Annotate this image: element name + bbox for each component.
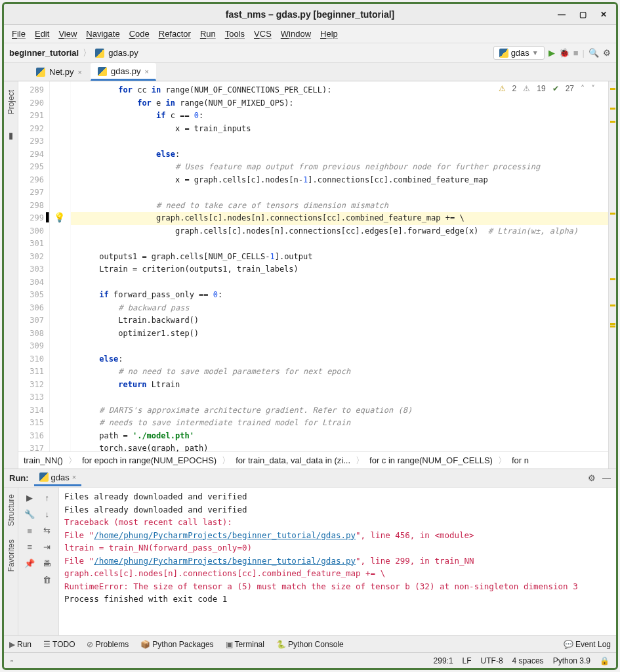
typo-icon: ✔ xyxy=(552,84,559,93)
python-file-icon xyxy=(98,67,107,76)
event-log-button[interactable]: 💬Event Log xyxy=(564,640,611,649)
context-crumb[interactable]: for c in range(NUM_OF_CELLS) xyxy=(369,455,493,465)
chevron-down-icon: ▼ xyxy=(532,49,539,56)
menu-navigate[interactable]: Navigate xyxy=(86,29,119,39)
tool-terminal[interactable]: ▣Terminal xyxy=(226,640,264,649)
run-toolbar: ▶↑ 🔧↓ ■⇆ ≡⇥ 📌🖶 🗑 xyxy=(18,488,59,635)
minimize-button[interactable]: ― xyxy=(552,7,571,22)
context-crumb[interactable]: train_NN() xyxy=(24,455,63,465)
chevron-down-icon[interactable]: ˅ xyxy=(591,84,595,93)
menu-window[interactable]: Window xyxy=(281,29,311,39)
tool-python-console[interactable]: 🐍Python Console xyxy=(276,640,344,649)
menu-refactor[interactable]: Refactor xyxy=(159,29,191,39)
hide-icon[interactable]: ― xyxy=(602,473,611,483)
encoding[interactable]: UTF-8 xyxy=(481,656,503,665)
close-icon[interactable]: × xyxy=(72,473,76,481)
file-tab-Net.py[interactable]: Net.py× xyxy=(29,64,89,80)
console-output[interactable]: Files already downloaded and verifiedFil… xyxy=(59,488,616,635)
stop-button[interactable]: ■ xyxy=(573,48,579,58)
python-icon xyxy=(499,49,508,58)
file-link[interactable]: /home/phung/PycharmProjects/beginner_tut… xyxy=(94,556,356,566)
up-icon[interactable]: ↑ xyxy=(41,492,53,503)
menu-tools[interactable]: Tools xyxy=(225,29,245,39)
context-crumb[interactable]: for epoch in range(NUM_EPOCHS) xyxy=(82,455,217,465)
breadcrumb-project[interactable]: beginner_tutorial xyxy=(9,48,79,58)
window-title: fast_nms – gdas.py [beginner_tutorial] xyxy=(226,9,395,20)
file-tab-gdas.py[interactable]: gdas.py× xyxy=(91,63,156,81)
favorites-tool-button[interactable]: Favorites xyxy=(7,539,16,572)
wrench-icon[interactable]: 🔧 xyxy=(24,508,35,520)
python-file-icon xyxy=(36,68,45,77)
debug-button[interactable]: 🐞 xyxy=(559,48,569,58)
close-button[interactable]: ✕ xyxy=(594,7,613,22)
menu-file[interactable]: File xyxy=(12,29,26,39)
menu-help[interactable]: Help xyxy=(320,29,338,39)
code-text[interactable]: for cc in range(NUM_OF_CONNECTIONS_PER_C… xyxy=(71,81,608,452)
menubar: FileEditViewNavigateCodeRefactorRunTools… xyxy=(4,25,616,43)
gear-icon[interactable]: ⚙ xyxy=(588,473,596,483)
show-tool-windows-icon[interactable]: ▫ xyxy=(10,656,13,665)
tool-problems[interactable]: ⊘Problems xyxy=(87,640,129,649)
rerun-icon[interactable]: ▶ xyxy=(24,492,35,503)
run-tab[interactable]: gdas × xyxy=(34,471,82,486)
indent[interactable]: 4 spaces xyxy=(512,656,544,665)
python-icon xyxy=(39,472,49,482)
left-gutter-lower: Structure Favorites xyxy=(4,488,18,635)
menu-edit[interactable]: Edit xyxy=(35,29,49,39)
settings-icon[interactable]: ⚙ xyxy=(603,48,611,58)
context-crumb[interactable]: for n xyxy=(512,455,529,465)
breadcrumb-file[interactable]: gdas.py xyxy=(108,48,138,58)
close-icon[interactable]: × xyxy=(78,68,82,76)
pin-icon[interactable]: 📌 xyxy=(24,557,35,569)
stop-icon[interactable]: ■ xyxy=(24,524,35,536)
file-link[interactable]: /home/phung/PycharmProjects/beginner_tut… xyxy=(94,530,356,540)
project-tool-button[interactable]: Project xyxy=(7,87,16,117)
divider: | xyxy=(583,48,585,58)
trash-icon[interactable]: 🗑 xyxy=(41,574,53,585)
menu-view[interactable]: View xyxy=(58,29,77,39)
breadcrumb: beginner_tutorial 〉 gdas.py xyxy=(9,47,138,59)
warning-icon: ⚠ xyxy=(499,84,506,93)
error-stripe[interactable] xyxy=(608,81,616,469)
line-ending[interactable]: LF xyxy=(463,656,472,665)
run-button[interactable]: ▶ xyxy=(548,48,555,58)
structure-tool-button[interactable]: Structure xyxy=(7,494,16,526)
menu-run[interactable]: Run xyxy=(200,29,216,39)
context-breadcrumb: train_NN()〉for epoch in range(NUM_EPOCHS… xyxy=(18,452,608,469)
weak-warning-icon: ⚠ xyxy=(523,84,530,93)
wrap-icon[interactable]: ⇆ xyxy=(41,524,53,536)
tool-python-packages[interactable]: 📦Python Packages xyxy=(140,640,213,649)
menu-code[interactable]: Code xyxy=(129,29,150,39)
scroll-icon[interactable]: ⇥ xyxy=(41,541,53,553)
tool-run[interactable]: ▶Run xyxy=(9,640,31,649)
context-crumb[interactable]: for train_data, val_data in (zi... xyxy=(236,455,350,465)
print-icon[interactable]: 🖶 xyxy=(41,557,53,569)
fold-gutter: 💡▌ xyxy=(50,81,71,452)
cursor-position[interactable]: 299:1 xyxy=(434,656,453,665)
titlebar: fast_nms – gdas.py [beginner_tutorial] ―… xyxy=(4,4,616,25)
status-bar: ▫ 299:1 LF UTF-8 4 spaces Python 3.9 🔒 xyxy=(4,652,616,668)
line-numbers-gutter: 289 290 291 292 293 294 295 296 297 298 … xyxy=(18,81,50,452)
lock-icon[interactable]: 🔒 xyxy=(600,656,610,665)
search-icon[interactable]: 🔍 xyxy=(589,48,599,58)
layout-icon[interactable]: ≡ xyxy=(24,541,35,553)
run-config-select[interactable]: gdas ▼ xyxy=(493,46,545,60)
interpreter[interactable]: Python 3.9 xyxy=(553,656,590,665)
bulb-icon[interactable]: 💡 xyxy=(54,212,65,222)
editor-tabs: Net.py×gdas.py× xyxy=(4,63,616,81)
tool-todo[interactable]: ☰TODO xyxy=(43,640,75,649)
inspections-widget[interactable]: ⚠2 ⚠19 ✔27 ˄ ˅ xyxy=(499,84,595,93)
bottom-tool-bar: ▶Run☰TODO⊘Problems📦Python Packages▣Termi… xyxy=(4,635,616,652)
project-collapse-icon[interactable]: ▮ xyxy=(9,131,13,140)
python-file-icon xyxy=(95,49,104,58)
close-icon[interactable]: × xyxy=(145,68,149,75)
chevron-right-icon: 〉 xyxy=(83,47,91,59)
left-tool-gutter: Project ▮ xyxy=(4,81,18,469)
down-icon[interactable]: ↓ xyxy=(41,508,53,520)
run-panel-label: Run: xyxy=(9,473,29,483)
maximize-button[interactable]: ▢ xyxy=(573,7,592,22)
menu-vcs[interactable]: VCS xyxy=(254,29,272,39)
editor[interactable]: ⚠2 ⚠19 ✔27 ˄ ˅ 289 290 291 292 293 294 2… xyxy=(18,81,608,452)
chevron-up-icon[interactable]: ˄ xyxy=(581,84,585,93)
